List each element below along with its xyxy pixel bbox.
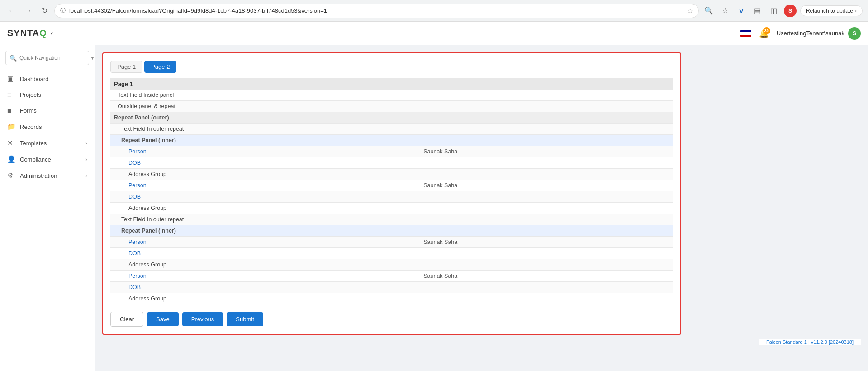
submit-button[interactable]: Submit [227,312,263,326]
field-label: Person [110,271,420,282]
notification-button[interactable]: 🔔 30 [757,26,771,41]
field-value: Saunak Saha [420,146,673,157]
relaunch-arrow: › [855,8,857,14]
sidebar-item-administration[interactable]: ⚙ Administration › [0,167,95,184]
forms-icon: ■ [7,107,15,114]
field-value [420,157,673,169]
field-label: DOB [110,282,420,293]
sidebar-item-compliance[interactable]: 👤 Compliance › [0,151,95,167]
app-container: SYNTAQ ‹ 🔔 30 UsertestingTenant\saunak S… [0,22,868,371]
field-value [420,124,673,135]
form-table: Text Field Inside panel Outside panel & … [110,90,673,304]
quick-navigation-input[interactable] [19,55,87,61]
address-bar[interactable]: ⓘ localhost:44302/Falcon/forms/load?Orig… [54,4,699,18]
tab-page2[interactable]: Page 2 [144,61,176,73]
header-right: 🔔 30 UsertestingTenant\saunak S [740,26,861,41]
dashboard-icon: ▣ [7,75,15,83]
user-avatar[interactable]: S [848,27,861,40]
field-value [420,293,673,304]
lock-icon: ⓘ [60,7,66,14]
extensions-icon[interactable]: ▤ [751,5,764,17]
relaunch-label: Relaunch to update [806,8,853,14]
collapse-sidebar-button[interactable]: ‹ [51,29,53,38]
reload-button[interactable]: ↻ [38,5,51,17]
field-value [420,101,673,112]
sidebar-item-label: Compliance [20,156,51,163]
field-label: Person [110,180,420,191]
field-value: Saunak Saha [420,237,673,248]
field-label: Person [110,237,420,248]
field-value [420,282,673,293]
chevron-right-icon: › [85,173,87,178]
field-label: Text Field In outer repeat [110,214,420,225]
sidebar-item-label: Dashboard [20,76,49,82]
sidebar-item-dashboard[interactable]: ▣ Dashboard [0,71,95,87]
user-tenant: UsertestingTenant\saunak [777,30,844,37]
field-label: Outside panel & repeat [110,101,420,112]
save-button[interactable]: Save [147,312,179,326]
tabs: Page 1 Page 2 [110,61,673,73]
table-row: Person Saunak Saha [110,271,673,282]
url-text: localhost:44302/Falcon/forms/load?Origin… [69,7,683,14]
forward-button[interactable]: → [22,5,34,17]
table-row: Repeat Panel (inner) [110,225,673,237]
previous-button[interactable]: Previous [182,312,223,326]
field-value [420,169,673,180]
chevron-right-icon: › [85,157,87,162]
sidebar-item-label: Records [20,124,42,130]
field-label: DOB [110,157,420,169]
field-value [420,214,673,225]
table-row: Address Group [110,293,673,304]
logo-q: Q [39,28,47,38]
button-row: Clear Save Previous Submit [110,312,673,327]
sidebar-icon[interactable]: ◫ [768,5,780,17]
table-row: Address Group [110,259,673,271]
field-value [420,90,673,101]
field-label: Text Field In outer repeat [110,124,420,135]
compliance-icon: 👤 [7,155,15,163]
back-button[interactable]: ← [5,5,18,17]
records-icon: 📁 [7,123,15,131]
sidebar-item-projects[interactable]: ≡ Projects [0,87,95,103]
field-label: Address Group [110,259,420,271]
star-icon[interactable]: ☆ [719,5,731,17]
field-value: Saunak Saha [420,180,673,191]
sidebar-item-label: Projects [20,91,41,98]
field-label: DOB [110,191,420,203]
sidebar-item-records[interactable]: 📁 Records [0,119,95,135]
table-row: Person Saunak Saha [110,237,673,248]
table-row: DOB [110,157,673,169]
section-label: Repeat Panel (inner) [110,225,673,237]
sidebar-item-label: Administration [20,172,57,179]
clear-button[interactable]: Clear [110,312,143,327]
field-label: Person [110,146,420,157]
table-row: Text Field In outer repeat [110,124,673,135]
search-icon[interactable]: 🔍 [702,5,715,17]
search-box[interactable]: 🔍 ▼ [5,51,89,65]
field-label: Text Field Inside panel [110,90,420,101]
sidebar-item-templates[interactable]: ✕ Templates › [0,135,95,151]
logo: SYNTAQ [7,28,47,38]
table-row: Person Saunak Saha [110,180,673,191]
browser-profile[interactable]: S [784,5,797,17]
tab-page1[interactable]: Page 1 [110,61,142,73]
section-label: Repeat Panel (outer) [110,112,673,124]
browser-actions: 🔍 ☆ V ▤ ◫ S Relaunch to update › [702,5,863,17]
relaunch-button[interactable]: Relaunch to update › [800,5,863,16]
field-value [420,248,673,259]
section-label: Repeat Panel (inner) [110,135,673,146]
field-label: DOB [110,248,420,259]
sidebar-item-forms[interactable]: ■ Forms [0,103,95,119]
dropdown-icon: ▼ [90,55,95,61]
logo-synta: SYNTA [7,28,39,38]
field-value [420,191,673,203]
user-info: UsertestingTenant\saunak S [777,27,861,40]
table-row: DOB [110,248,673,259]
field-value [420,203,673,214]
page-title: Page 1 [110,78,673,90]
vivaldi-icon[interactable]: V [735,5,748,17]
table-row: Repeat Panel (outer) [110,112,673,124]
bookmark-icon: ☆ [687,7,693,15]
projects-icon: ≡ [7,91,15,99]
field-label: Address Group [110,203,420,214]
